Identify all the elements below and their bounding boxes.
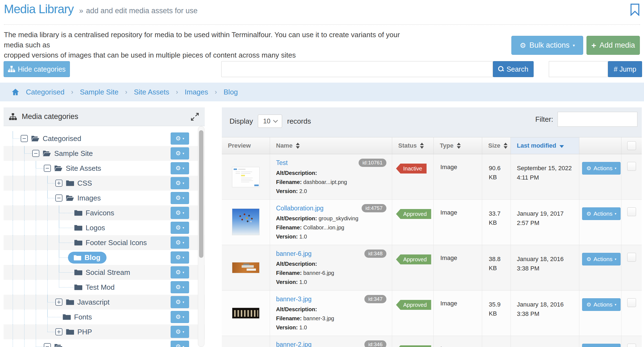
media-size: 35.9 KB: [489, 301, 501, 317]
folder-icon: [74, 209, 82, 216]
tree-item-label[interactable]: Favicons: [86, 209, 114, 217]
bookmark-icon[interactable]: [630, 3, 640, 16]
tree-item-actions-button[interactable]: ⚙▾: [171, 326, 189, 338]
tree-scrollbar[interactable]: [198, 126, 204, 347]
tree-item-actions-button[interactable]: ⚙▾: [171, 132, 189, 145]
row-actions-button[interactable]: ⚙Actions▾: [582, 298, 621, 311]
tree-item-label[interactable]: Categorised: [43, 134, 81, 143]
row-actions-button[interactable]: ⚙Actions▾: [582, 253, 621, 265]
tree-item-label[interactable]: Fonts: [74, 313, 92, 321]
tree-guide-line: [59, 220, 59, 228]
tree-item-actions-button[interactable]: ⚙▾: [171, 162, 189, 174]
expand-icon[interactable]: [190, 112, 199, 121]
column-header-type[interactable]: Type: [433, 137, 482, 154]
tree-guide-line: [59, 265, 59, 272]
filter-input[interactable]: [558, 112, 637, 127]
tree-row-test-mod: Test Mod⚙▾: [4, 280, 205, 295]
column-header-status[interactable]: Status: [392, 137, 433, 154]
media-name-link[interactable]: Collaboration.jpg: [276, 205, 324, 212]
tree-item-label[interactable]: Test Mod: [86, 283, 115, 292]
tree-item-label[interactable]: Social Stream: [86, 268, 130, 277]
tree-item-actions-button[interactable]: ⚙▾: [171, 341, 189, 347]
media-name-link[interactable]: banner-6.jpg: [276, 250, 312, 257]
tree-item-label[interactable]: Footer Social Icons: [86, 238, 147, 247]
add-media-button[interactable]: + Add media: [586, 36, 640, 55]
breadcrumb-item-images[interactable]: Images: [185, 88, 208, 96]
tree-collapse-icon[interactable]: [32, 150, 39, 157]
tree-item-actions-button[interactable]: ⚙▾: [171, 177, 189, 189]
hide-categories-button[interactable]: Hide categories: [4, 61, 70, 77]
media-name-link[interactable]: Test: [276, 159, 288, 167]
media-name-link[interactable]: banner-3.jpg: [276, 296, 312, 303]
select-all-checkbox[interactable]: [627, 141, 636, 150]
tree-expand-icon[interactable]: [55, 328, 62, 335]
row-checkbox[interactable]: [627, 298, 636, 307]
version-label: Version:: [276, 279, 298, 285]
tree-expand-icon[interactable]: [55, 180, 62, 187]
tree-item-actions-button[interactable]: ⚙▾: [171, 311, 189, 323]
tree-item-label[interactable]: Javascript: [77, 298, 110, 307]
row-actions-button[interactable]: ⚙Actions▾: [582, 344, 621, 347]
gear-icon: ⚙: [520, 42, 526, 49]
tree-item-actions-button[interactable]: ⚙▾: [171, 237, 189, 249]
tree-expand-icon[interactable]: [55, 299, 62, 306]
home-icon[interactable]: [12, 88, 19, 96]
tree-collapse-icon[interactable]: [21, 135, 28, 142]
column-header-name[interactable]: Name: [270, 137, 392, 154]
tree-guide-line: [13, 131, 13, 139]
page-size-select[interactable]: 10: [258, 115, 282, 128]
tree-item-label[interactable]: Sample Site: [54, 149, 93, 158]
jump-input[interactable]: [549, 61, 608, 77]
tree-item-actions-button[interactable]: ⚙▾: [171, 281, 189, 293]
column-header-select: [621, 137, 642, 154]
row-checkbox[interactable]: [627, 207, 636, 216]
tree-collapse-icon[interactable]: [44, 343, 51, 347]
row-checkbox[interactable]: [627, 344, 636, 347]
row-checkbox[interactable]: [627, 162, 636, 171]
tree-item-actions-button[interactable]: ⚙▾: [171, 207, 189, 219]
tree-item-actions-button[interactable]: ⚙▾: [171, 222, 189, 234]
media-thumbnail[interactable]: [232, 308, 260, 319]
tree-collapse-icon[interactable]: [44, 165, 51, 172]
version-label: Version:: [276, 234, 298, 240]
media-thumbnail[interactable]: [232, 262, 260, 273]
search-button[interactable]: Search: [493, 61, 534, 77]
column-header-preview: Preview: [222, 137, 270, 154]
media-thumbnail[interactable]: [232, 167, 260, 187]
row-actions-button[interactable]: ⚙Actions▾: [582, 162, 621, 175]
tree-item-actions-button[interactable]: ⚙▾: [171, 147, 189, 159]
media-thumbnail[interactable]: [232, 208, 260, 235]
breadcrumb-item-categorised[interactable]: Categorised: [26, 88, 64, 96]
tree-collapse-icon[interactable]: [55, 194, 62, 202]
filename: Filename: banner-3.jpg: [276, 314, 386, 323]
jump-button[interactable]: # Jump: [608, 61, 642, 77]
row-actions-button[interactable]: ⚙Actions▾: [582, 207, 621, 220]
breadcrumb-item-site-assets[interactable]: Site Assets: [134, 88, 169, 96]
tree-item-actions-button[interactable]: ⚙▾: [171, 251, 189, 264]
breadcrumb-item-sample-site[interactable]: Sample Site: [80, 88, 118, 96]
tree-item-actions-button[interactable]: ⚙▾: [171, 296, 189, 308]
alt-description: Alt/Description:: [276, 169, 386, 178]
column-header-size[interactable]: Size: [482, 137, 511, 154]
tree-item-actions-button[interactable]: ⚙▾: [171, 192, 189, 204]
media-name-row: Testid:10761: [276, 159, 386, 167]
tree-item-label[interactable]: PHP: [77, 328, 92, 336]
column-header-last-modified[interactable]: Last modified: [511, 137, 579, 154]
tree-scrollbar-thumb[interactable]: [199, 130, 203, 258]
tree-item-label[interactable]: Logos: [86, 224, 105, 232]
tree-guide-line: [24, 161, 24, 176]
breadcrumb-item-blog[interactable]: Blog: [223, 88, 238, 96]
gear-icon: ⚙: [176, 240, 181, 246]
tree-item-selected[interactable]: Blog: [68, 252, 107, 264]
tree-guide-line: [36, 310, 36, 324]
tree-item-label[interactable]: Site Assets: [66, 164, 101, 173]
row-checkbox[interactable]: [627, 253, 636, 262]
tree-item-label[interactable]: CSS: [77, 179, 92, 188]
bulk-actions-button[interactable]: ⚙ Bulk actions ▾: [511, 36, 583, 55]
media-id-badge: id:4757: [362, 204, 386, 212]
media-categories-panel: Media categories ⚙▾PHP⚙▾Fonts⚙▾Javascrip…: [4, 107, 205, 347]
search-input[interactable]: [221, 61, 493, 77]
media-name-link[interactable]: banner-2.jpg: [276, 341, 312, 347]
tree-item-label[interactable]: Images: [77, 194, 101, 202]
tree-item-actions-button[interactable]: ⚙▾: [171, 266, 189, 278]
